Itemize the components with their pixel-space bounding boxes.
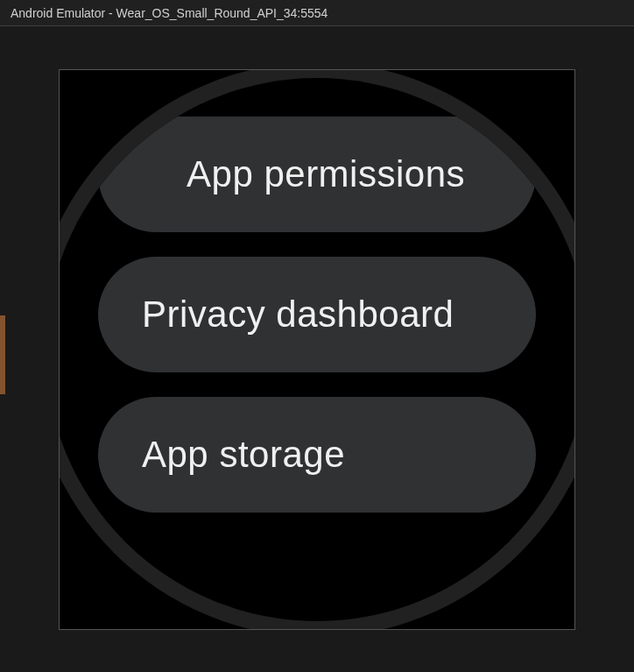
settings-list[interactable]: App permissions Privacy dashboard App st…	[89, 187, 545, 513]
device-frame: App permissions Privacy dashboard App st…	[59, 69, 575, 630]
accent-indicator	[0, 315, 5, 394]
emulator-viewport: App permissions Privacy dashboard App st…	[0, 26, 634, 672]
menu-item-app-storage[interactable]: App storage	[98, 397, 536, 513]
watch-face[interactable]: App permissions Privacy dashboard App st…	[59, 78, 575, 621]
menu-item-app-permissions[interactable]: App permissions	[98, 117, 536, 232]
window-titlebar: Android Emulator - Wear_OS_Small_Round_A…	[0, 0, 634, 26]
menu-item-label: App permissions	[187, 153, 465, 195]
menu-item-label: Privacy dashboard	[142, 294, 454, 335]
menu-item-privacy-dashboard[interactable]: Privacy dashboard	[98, 257, 536, 372]
window-title: Android Emulator - Wear_OS_Small_Round_A…	[11, 6, 328, 20]
menu-item-label: App storage	[142, 434, 345, 475]
